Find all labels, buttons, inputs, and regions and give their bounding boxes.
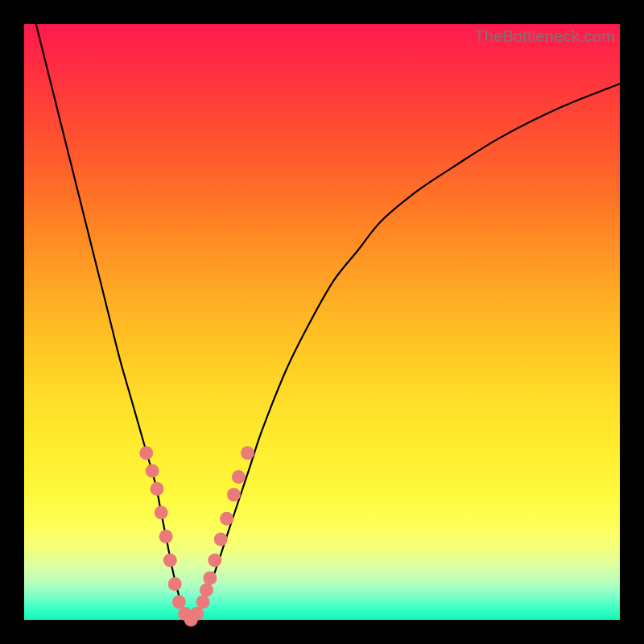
marker-point xyxy=(139,446,153,460)
marker-point xyxy=(159,530,173,543)
marker-point xyxy=(146,464,159,478)
chart-frame: TheBottleneck.com xyxy=(0,0,644,644)
marker-point xyxy=(196,595,210,609)
highlighted-points xyxy=(139,446,254,626)
marker-point xyxy=(172,595,186,609)
marker-point xyxy=(151,482,164,496)
marker-point xyxy=(208,554,221,568)
marker-point xyxy=(190,607,204,621)
plot-area: TheBottleneck.com xyxy=(24,24,620,620)
marker-point xyxy=(232,470,246,484)
chart-svg xyxy=(24,24,620,620)
marker-point xyxy=(214,533,228,547)
marker-point xyxy=(168,577,182,591)
marker-point xyxy=(163,554,177,568)
marker-point xyxy=(200,584,213,597)
marker-point xyxy=(241,446,254,460)
marker-point xyxy=(227,488,241,502)
bottleneck-curve xyxy=(36,24,620,620)
marker-point xyxy=(220,512,233,526)
marker-point xyxy=(155,506,168,519)
marker-point xyxy=(203,572,217,585)
